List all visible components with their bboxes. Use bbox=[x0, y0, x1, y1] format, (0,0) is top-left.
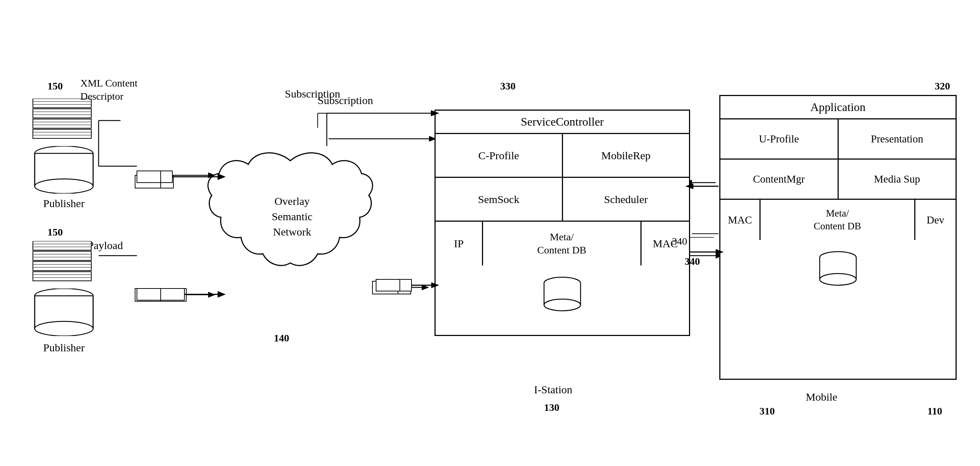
ref-110: 110 bbox=[928, 406, 942, 417]
cylinder-bottom bbox=[29, 288, 99, 336]
svg-rect-2 bbox=[135, 288, 161, 301]
istation-db-icon bbox=[540, 277, 584, 313]
svg-rect-42 bbox=[33, 251, 91, 261]
publisher-bottom-label: Publisher bbox=[29, 342, 99, 354]
svg-rect-70 bbox=[137, 288, 161, 300]
c-profile-cell: C-Profile bbox=[478, 150, 519, 162]
svg-rect-67 bbox=[161, 171, 172, 183]
svg-rect-25 bbox=[33, 109, 91, 118]
application-label: Application bbox=[810, 100, 865, 114]
svg-rect-31 bbox=[33, 129, 91, 138]
meta-content-db-1-cell: Meta/Content DB bbox=[537, 231, 586, 257]
ref-140: 140 bbox=[274, 332, 289, 344]
u-profile-cell: U-Profile bbox=[759, 133, 799, 145]
overlay-semantic-network-label: OverlaySemanticNetwork bbox=[224, 194, 360, 240]
ref-130: 130 bbox=[544, 402, 559, 414]
svg-rect-48 bbox=[33, 272, 91, 281]
svg-rect-79 bbox=[400, 279, 412, 291]
svg-rect-28 bbox=[33, 119, 91, 128]
svg-rect-0 bbox=[135, 175, 161, 188]
ref-320: 320 bbox=[935, 80, 950, 92]
svg-point-38 bbox=[35, 179, 93, 194]
svg-rect-39 bbox=[33, 241, 91, 250]
mac-1-cell: MAC bbox=[653, 237, 678, 250]
mobile-db-icon bbox=[816, 251, 860, 288]
presentation-cell: Presentation bbox=[871, 133, 923, 145]
svg-rect-9 bbox=[398, 281, 411, 294]
scheduler-cell: Scheduler bbox=[604, 193, 648, 205]
semsock-cell: SemSock bbox=[478, 193, 519, 205]
cylinder-top bbox=[29, 146, 99, 194]
svg-rect-8 bbox=[372, 281, 398, 294]
dev-cell: Dev bbox=[927, 214, 944, 226]
svg-point-65 bbox=[820, 274, 856, 285]
svg-rect-78 bbox=[376, 279, 400, 291]
istation-box: ServiceController C-Profile MobileRep Se… bbox=[434, 110, 690, 336]
svg-rect-3 bbox=[161, 288, 186, 301]
xml-content-descriptor-label: XML ContentDescriptor bbox=[80, 77, 138, 103]
svg-point-60 bbox=[544, 299, 581, 311]
ref-310: 310 bbox=[759, 406, 775, 417]
publisher-top-label: Publisher bbox=[29, 197, 99, 210]
mobilerep-cell: MobileRep bbox=[601, 150, 651, 162]
diagram-container: 150 150 Publisher bbox=[0, 0, 980, 466]
meta-content-db-2-cell: Meta/Content DB bbox=[814, 207, 861, 233]
ip-cell: IP bbox=[454, 237, 464, 250]
ref-330: 330 bbox=[500, 80, 515, 92]
ref-340: 340 bbox=[685, 256, 700, 267]
svg-rect-45 bbox=[33, 261, 91, 270]
mobile-label: Mobile bbox=[785, 391, 858, 403]
service-controller-label: ServiceController bbox=[521, 115, 603, 128]
svg-rect-1 bbox=[161, 175, 173, 188]
mobile-outer-box: Application U-Profile Presentation Conte… bbox=[719, 95, 957, 380]
istation-label: I-Station bbox=[508, 383, 599, 396]
svg-point-55 bbox=[35, 321, 93, 336]
svg-rect-71 bbox=[161, 288, 185, 300]
svg-rect-66 bbox=[137, 171, 161, 183]
ref-150-top: 150 bbox=[48, 80, 63, 92]
subscription-label: Subscription bbox=[285, 87, 340, 100]
svg-marker-11 bbox=[422, 285, 429, 290]
media-sup-cell: Media Sup bbox=[874, 173, 920, 185]
ref-150-bottom: 150 bbox=[48, 226, 63, 238]
contentmgr-cell: ContentMgr bbox=[753, 173, 805, 185]
mac-2-cell: MAC bbox=[728, 214, 752, 226]
